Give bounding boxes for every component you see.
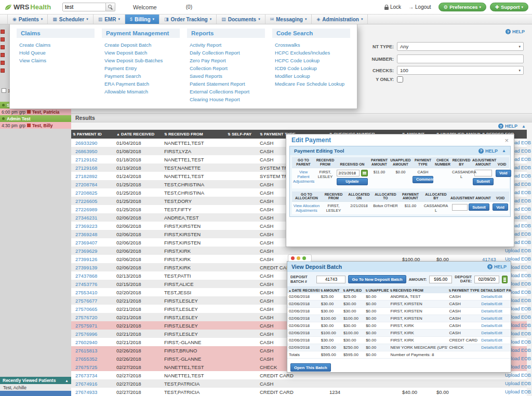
payment-id-link[interactable]: 27346231 [71, 213, 115, 222]
menu-item-activity-report[interactable]: Activity Report [187, 41, 265, 49]
payment-id-link[interactable]: 27369629 [71, 247, 115, 255]
results-help-link[interactable]: ? HELP [498, 124, 517, 129]
menu-item-era-payment-batch[interactable]: ERA Payment Batch [102, 80, 180, 88]
menu-item-payment-entry[interactable]: Payment Entry [102, 64, 180, 72]
update-button[interactable]: Update [337, 178, 368, 185]
appointment-row[interactable]: 6:00 pm grp Test, Patricia [0, 108, 71, 115]
menu-item-payment-search[interactable]: Payment Search [102, 72, 180, 80]
menu-item-hold-queue[interactable]: Hold Queue [17, 49, 95, 57]
comment-button[interactable]: Comment [413, 176, 433, 183]
go-to-new-deposit-batch-button[interactable]: Go To New Deposit Batch [348, 275, 406, 283]
nav-item-emr[interactable]: ▥ EMR▾ [94, 15, 125, 24]
menu-item-saved-reports[interactable]: Saved Reports [187, 72, 265, 80]
adjustment-amount-input[interactable] [452, 204, 468, 211]
payment-id-link[interactable]: 27208784 [71, 180, 115, 188]
calendar-icon[interactable] [502, 276, 508, 283]
nav-item-scheduler[interactable]: ▦ Scheduler▾ [48, 15, 93, 24]
payment-type-select[interactable]: Any ▾ [397, 42, 524, 51]
payment-id-link[interactable]: 27129168 [71, 163, 115, 172]
details-edit-link[interactable]: Details/Edit [480, 293, 511, 301]
payment-id-link[interactable]: 27226605 [71, 197, 115, 205]
logout-button[interactable]: → Logout [408, 4, 431, 10]
payment-id-link[interactable]: 27602940 [71, 338, 115, 346]
payment-id-link[interactable]: 27674916 [71, 379, 115, 388]
void-button[interactable]: Void [496, 170, 511, 177]
menu-item-hcpc-excludes-includes[interactable]: HCPC Excludes/Includes [272, 49, 350, 57]
menu-item-create-claims[interactable]: Create Claims [17, 41, 95, 49]
column-header-payment-id[interactable]: ⇅PAYMENT ID [71, 130, 115, 139]
lock-button[interactable]: Lock [384, 4, 401, 10]
adjustment-amount-input[interactable] [474, 170, 492, 176]
payment-id-link[interactable]: 27570665 [71, 305, 115, 313]
received-on-input[interactable] [337, 170, 360, 176]
payment-id-link[interactable]: 27208825 [71, 188, 115, 197]
minimize-window-icon[interactable] [297, 256, 300, 260]
payment-id-link[interactable]: 27369407 [71, 238, 115, 247]
payment-id-link[interactable]: 27369223 [71, 222, 115, 230]
collapse-icon[interactable]: ▲ [522, 124, 526, 129]
upload-eob-link[interactable]: Upload EOB [503, 247, 527, 255]
search-panel-help-link[interactable]: ? HELP [506, 29, 525, 34]
column-header-self-pay[interactable]: ⇅SELF-PAY [226, 130, 258, 139]
menu-item-create-deposit-batch[interactable]: Create Deposit Batch [102, 41, 180, 49]
payment-id-link[interactable]: 27576677 [71, 296, 115, 305]
patient-name-link[interactable]: Test, Billy [32, 123, 53, 128]
payment-id-link[interactable]: 27437868 [71, 271, 115, 280]
menu-item-icd9-code-lookup[interactable]: ICD9 Code Lookup [272, 64, 350, 72]
panel-help-link[interactable]: ? HELP [478, 148, 498, 154]
amount-input[interactable] [429, 276, 452, 283]
menu-item-daily-collection-report[interactable]: Daily Collection Report [187, 49, 265, 57]
open-this-batch-button[interactable]: Open This Batch [290, 363, 331, 372]
deposit-batch-number-input[interactable] [316, 276, 345, 283]
payment-id-link[interactable]: 27575971 [71, 321, 115, 330]
menu-item-modifier-lookup[interactable]: Modifier Lookup [272, 72, 350, 80]
details-edit-link[interactable]: Details/Edit [480, 322, 511, 330]
close-window-icon[interactable] [291, 256, 295, 260]
menu-item-collection-report[interactable]: Collection Report [187, 64, 265, 72]
deposit-help-link[interactable]: ? HELP [487, 264, 507, 269]
view-patient-adjustments-link[interactable]: View Patient Adjustments [293, 170, 314, 184]
payment-id-link[interactable]: 27553410 [71, 288, 115, 296]
payment-id-link[interactable]: 27399139 [71, 263, 115, 271]
menu-item-medicare-fee-schedule-lookup[interactable]: Medicare Fee Schedule Lookup [272, 80, 350, 88]
menu-item-view-deposit-sub-batches[interactable]: View Deposit Sub-Batches [102, 57, 180, 64]
nav-item-administration[interactable]: ◈ Administration▾ [312, 15, 368, 24]
column-header-payment-type[interactable]: ⇅PAYMENT TYPE [448, 287, 480, 293]
menu-item-allowable-mismatch[interactable]: Allowable Mismatch [102, 88, 180, 95]
schedule-section-admin[interactable]: Admin Test [0, 115, 71, 122]
menu-item-patient-statement-report[interactable]: Patient Statement Report [187, 80, 265, 88]
nav-item-documents[interactable]: ▤ Documents▾ [217, 15, 265, 24]
submit-button[interactable]: Submit [473, 178, 494, 185]
check-number-input[interactable] [397, 54, 524, 63]
checks-count-select[interactable]: 100 ▾ [397, 66, 524, 75]
details-edit-link[interactable]: Details/Edit [480, 308, 511, 315]
notification-count[interactable]: (0) [186, 4, 192, 10]
column-header-date-received[interactable]: ▲DATE RECEIVED [115, 130, 163, 139]
column-header-applied[interactable]: ⇅APPLIED [342, 287, 364, 293]
global-search-input[interactable] [62, 3, 106, 11]
nav-item-patients[interactable]: ◉ Patients▾ [7, 15, 48, 24]
nav-item-billing[interactable]: $ Billing▾ [125, 15, 159, 24]
payment-id-link[interactable]: 27226989 [71, 205, 115, 213]
payment-id-link[interactable]: 27674933 [71, 388, 115, 396]
details-edit-link[interactable]: Details/Edit [480, 301, 511, 308]
upload-eob-link[interactable]: Upload EOB [503, 388, 527, 396]
details-edit-link[interactable]: Details/Edit [480, 344, 511, 351]
void-button[interactable]: Void [493, 203, 508, 211]
payment-id-link[interactable]: 27182892 [71, 172, 115, 180]
close-icon[interactable]: × [504, 137, 509, 144]
column-header-amount[interactable]: ⇅AMOUNT [320, 287, 342, 293]
payment-id-link[interactable]: 27129162 [71, 155, 115, 163]
column-header-date-received[interactable]: ▲DATE RECEIVED [287, 287, 320, 293]
payment-id-link[interactable]: 27675725 [71, 363, 115, 371]
details-edit-link[interactable]: Details/Edit [480, 315, 511, 322]
global-search-button[interactable] [106, 3, 115, 11]
payment-id-link[interactable]: 26933290 [71, 139, 115, 147]
collapse-icon[interactable]: ▲ [502, 148, 506, 153]
payment-id-link[interactable]: 27655352 [71, 354, 115, 363]
payment-id-link[interactable]: 27453776 [71, 280, 115, 288]
column-header-details-edit-payment[interactable]: DETAILS/EDIT PAYMENT [480, 287, 511, 293]
payment-id-link[interactable]: 27576720 [71, 313, 115, 321]
collapse-icon[interactable]: ▲ [65, 379, 69, 383]
view-allocation-adjustments-link[interactable]: View Allocation Adjustments [294, 203, 320, 213]
